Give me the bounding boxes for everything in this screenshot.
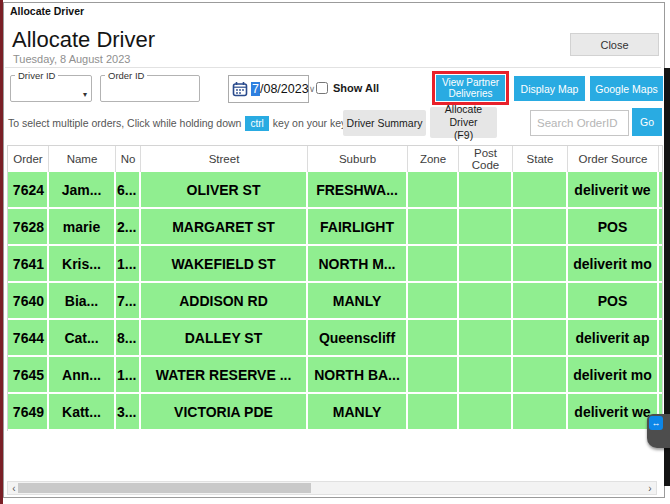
driver-summary-button[interactable]: Driver Summary <box>343 110 426 136</box>
cell-zone <box>408 320 459 357</box>
cell-zone <box>408 246 459 283</box>
cell-name: Ann... <box>49 357 116 394</box>
column-header[interactable]: No <box>116 146 141 172</box>
cell-zone <box>408 357 459 394</box>
dropdown-arrow-icon[interactable]: ▾ <box>83 90 87 99</box>
cell-no: 3... <box>116 394 141 431</box>
cell-suburb: MANLY <box>308 283 408 320</box>
cell-zone <box>408 172 459 209</box>
cell-extra <box>659 357 663 394</box>
cell-order_source: POS <box>568 283 659 320</box>
cell-street: VICTORIA PDE <box>141 394 308 431</box>
driver-id-combobox[interactable]: Driver ID ▾ <box>10 70 92 102</box>
cell-no: 2... <box>116 209 141 246</box>
display-map-button[interactable]: Display Map <box>514 76 585 101</box>
screen: Allocate Driver Allocate Driver Tuesday,… <box>0 0 670 504</box>
show-all-label: Show All <box>333 82 379 94</box>
multi-select-tip: To select multiple orders, Click while h… <box>8 117 376 129</box>
window-title: Allocate Driver <box>10 5 84 17</box>
table-row[interactable]: 7641Kris...1...WAKEFIELD STNORTH M...del… <box>8 246 663 283</box>
allocate-driver-button[interactable]: Allocate Driver (F9) <box>430 107 497 138</box>
cell-state <box>513 320 568 357</box>
column-header[interactable]: State <box>513 146 568 172</box>
column-header[interactable]: Street <box>141 146 308 172</box>
cell-state <box>513 357 568 394</box>
cell-no: 6... <box>116 172 141 209</box>
docked-widget[interactable]: ↔ <box>647 414 670 448</box>
column-header[interactable]: Post Code <box>459 146 513 172</box>
view-partner-deliveries-button[interactable]: View Partner Deliveries <box>436 75 505 101</box>
cell-order: 7649 <box>8 394 49 431</box>
cell-order_source: deliverit we <box>568 172 659 209</box>
page-title: Allocate Driver <box>12 27 155 53</box>
show-all-checkbox-group[interactable]: Show All <box>316 82 379 94</box>
cell-extra <box>659 172 663 209</box>
column-header[interactable]: Name <box>49 146 116 172</box>
cell-state <box>513 283 568 320</box>
scrollbar-thumb[interactable] <box>18 483 311 493</box>
close-button[interactable]: Close <box>570 33 659 56</box>
column-header[interactable]: Zone <box>408 146 459 172</box>
show-all-checkbox[interactable] <box>316 82 328 94</box>
column-header[interactable]: Suburb <box>308 146 408 172</box>
order-id-label: Order ID <box>105 70 147 81</box>
go-button[interactable]: Go <box>632 108 662 136</box>
horizontal-scrollbar[interactable]: ‹ › <box>7 481 657 495</box>
ctrl-key-badge: ctrl <box>245 116 268 131</box>
cell-order_source: deliverit mo <box>568 246 659 283</box>
table-row[interactable]: 7645Ann...1...WATER RESERVE ...NORTH BA.… <box>8 357 663 394</box>
highlight-red-frame: View Partner Deliveries <box>432 71 509 105</box>
date-picker[interactable]: 7 /08/2023 ∨ <box>228 75 309 103</box>
order-id-field[interactable]: Order ID <box>100 70 200 102</box>
allocate-driver-label-line2: (F9) <box>454 129 473 142</box>
table-row[interactable]: 7628marie2...MARGARET STFAIRLIGHTPOS <box>8 209 663 246</box>
table-row[interactable]: 7624Jam...6...OLIVER STFRESHWA...deliver… <box>8 172 663 209</box>
cell-order: 7644 <box>8 320 49 357</box>
cell-order_source: POS <box>568 209 659 246</box>
cell-state <box>513 394 568 431</box>
cell-suburb: MANLY <box>308 394 408 431</box>
cell-street: OLIVER ST <box>141 172 308 209</box>
cell-suburb: Queenscliff <box>308 320 408 357</box>
cell-name: marie <box>49 209 116 246</box>
date-value[interactable]: /08/2023 <box>260 82 309 96</box>
table-row[interactable]: 7640Bia...7...ADDISON RDMANLYPOS <box>8 283 663 320</box>
table-row[interactable]: 7644Cat...8...DALLEY STQueenscliffdelive… <box>8 320 663 357</box>
search-order-input[interactable] <box>530 110 629 136</box>
column-header[interactable] <box>659 146 663 172</box>
cell-order: 7645 <box>8 357 49 394</box>
cell-post_code <box>459 320 513 357</box>
cell-order_source: deliverit we <box>568 394 659 431</box>
chevron-down-icon[interactable]: ∨ <box>309 84 316 94</box>
cell-name: Jam... <box>49 172 116 209</box>
cell-suburb: FAIRLIGHT <box>308 209 408 246</box>
cell-order: 7624 <box>8 172 49 209</box>
cell-extra <box>659 209 663 246</box>
cell-state <box>513 209 568 246</box>
cell-post_code <box>459 283 513 320</box>
cell-suburb: NORTH M... <box>308 246 408 283</box>
cell-order_source: deliverit ap <box>568 320 659 357</box>
cell-post_code <box>459 209 513 246</box>
column-header[interactable]: Order Source <box>568 146 659 172</box>
table-row[interactable]: 7649Katt...3...VICTORIA PDEMANLYdeliveri… <box>8 394 663 431</box>
cell-state <box>513 172 568 209</box>
cell-no: 1... <box>116 357 141 394</box>
cell-no: 8... <box>116 320 141 357</box>
cell-suburb: NORTH BA... <box>308 357 408 394</box>
allocate-driver-label-line1: Allocate Driver <box>430 103 497 129</box>
column-header[interactable]: Order <box>8 146 49 172</box>
date-day-selected[interactable]: 7 <box>251 82 260 96</box>
cell-name: Katt... <box>49 394 116 431</box>
cell-zone <box>408 394 459 431</box>
orders-table: OrderNameNoStreetSuburbZonePost CodeStat… <box>7 145 663 431</box>
cell-extra <box>659 283 663 320</box>
google-maps-button[interactable]: Google Maps <box>590 76 663 101</box>
scroll-right-arrow-icon[interactable]: › <box>644 482 656 494</box>
orders-table-header: OrderNameNoStreetSuburbZonePost CodeStat… <box>8 146 663 172</box>
driver-id-label: Driver ID <box>15 70 58 81</box>
cell-street: ADDISON RD <box>141 283 308 320</box>
cell-name: Cat... <box>49 320 116 357</box>
cell-name: Kris... <box>49 246 116 283</box>
cell-post_code <box>459 246 513 283</box>
